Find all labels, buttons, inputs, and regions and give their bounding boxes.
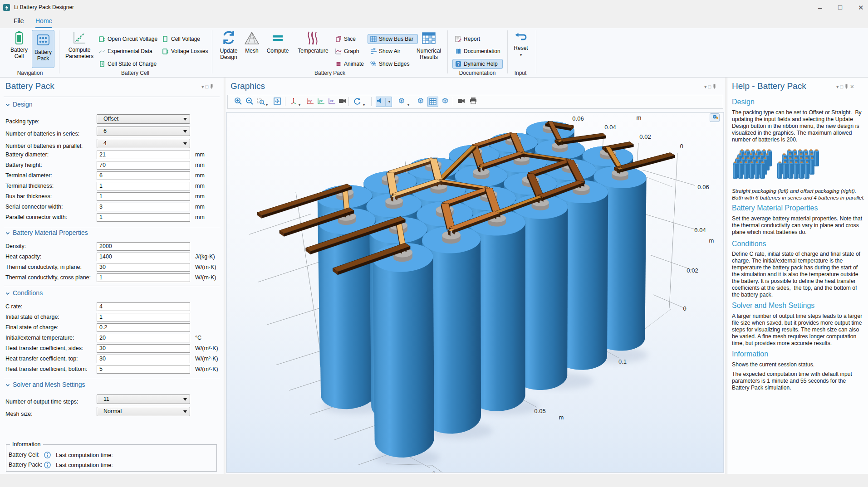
svg-text:0.02: 0.02 [639,133,651,140]
svg-text:0.02: 0.02 [687,267,698,274]
svg-text:0.06: 0.06 [697,184,709,190]
svg-text:0: 0 [680,143,683,150]
svg-text:0: 0 [432,470,435,477]
svg-text:0.06: 0.06 [572,115,584,122]
svg-text:0.04: 0.04 [604,124,616,131]
svg-text:m: m [637,114,642,121]
svg-text:m: m [709,237,714,244]
svg-text:0: 0 [683,305,686,312]
svg-text:m: m [559,414,564,421]
svg-text:0.04: 0.04 [694,227,706,234]
